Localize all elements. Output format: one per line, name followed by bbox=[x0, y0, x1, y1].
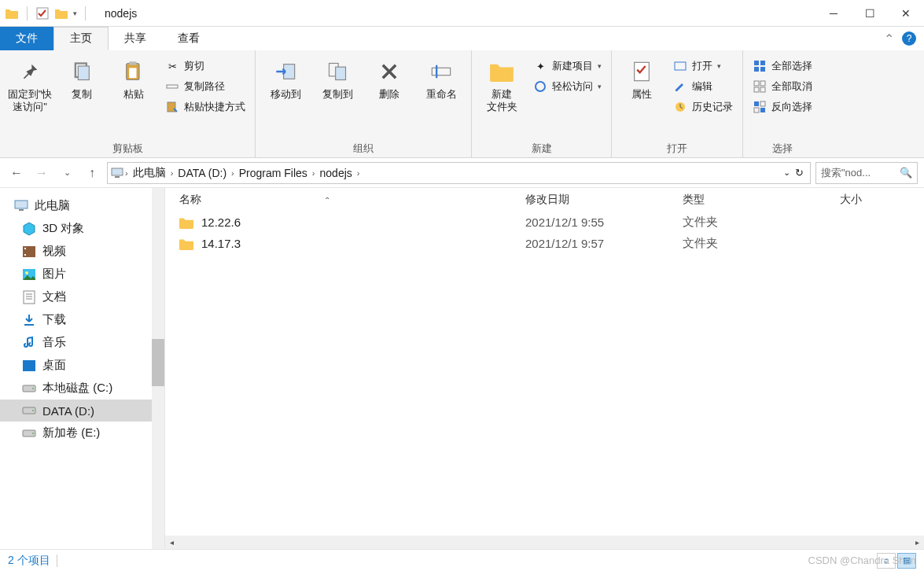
breadcrumb-item[interactable]: DATA (D:) bbox=[175, 167, 230, 179]
selectall-button[interactable]: 全部选择 bbox=[749, 57, 815, 76]
file-name: 12.22.6 bbox=[201, 216, 241, 229]
svg-rect-7 bbox=[167, 102, 175, 112]
collapse-ribbon-icon[interactable]: ⌃ bbox=[884, 31, 894, 46]
paste-button[interactable]: 粘贴 bbox=[110, 53, 157, 101]
easyaccess-button[interactable]: 轻松访问▾ bbox=[530, 77, 605, 96]
chevron-right-icon[interactable]: › bbox=[231, 168, 234, 178]
copyto-button[interactable]: 复制到 bbox=[314, 53, 361, 101]
svg-rect-35 bbox=[24, 254, 26, 256]
nav-bar: ← → ⌄ ↑ › 此电脑 › DATA (D:) › Program File… bbox=[0, 158, 924, 188]
rename-button[interactable]: 重命名 bbox=[418, 53, 465, 101]
tab-home[interactable]: 主页 bbox=[53, 27, 109, 50]
column-headers[interactable]: 名称⌃ 修改日期 类型 大小 bbox=[165, 188, 924, 212]
status-text: 2 个项目 bbox=[8, 554, 50, 568]
delete-button[interactable]: 删除 bbox=[366, 53, 413, 101]
help-icon[interactable]: ? bbox=[902, 31, 916, 46]
newitem-button[interactable]: ✦新建项目▾ bbox=[530, 57, 605, 76]
tab-share[interactable]: 共享 bbox=[109, 27, 162, 50]
svg-rect-21 bbox=[754, 81, 759, 86]
maximize-button[interactable]: ☐ bbox=[852, 0, 888, 27]
col-size[interactable]: 大小 bbox=[840, 193, 910, 207]
address-dropdown-icon[interactable]: ⌄ bbox=[783, 168, 790, 178]
tree-node[interactable]: 桌面 bbox=[0, 354, 164, 377]
col-type[interactable]: 类型 bbox=[683, 193, 840, 207]
tree-node[interactable]: 文档 bbox=[0, 286, 164, 308]
selectinvert-button[interactable]: 反向选择 bbox=[749, 98, 815, 116]
breadcrumb-item[interactable]: Program Files bbox=[236, 167, 311, 179]
selectall-icon bbox=[753, 59, 767, 73]
up-button[interactable]: ↑ bbox=[82, 163, 102, 183]
tree-node[interactable]: 此电脑 bbox=[0, 194, 164, 217]
chevron-right-icon[interactable]: › bbox=[125, 168, 128, 178]
file-row[interactable]: 14.17.32021/12/1 9:57文件夹 bbox=[165, 233, 924, 254]
open-icon bbox=[673, 59, 687, 73]
chevron-right-icon[interactable]: › bbox=[357, 168, 360, 178]
tree-node[interactable]: 本地磁盘 (C:) bbox=[0, 377, 164, 400]
newfolder-icon bbox=[488, 58, 515, 85]
tree-label: 图片 bbox=[42, 267, 66, 282]
back-button[interactable]: ← bbox=[6, 163, 27, 183]
cut-button[interactable]: ✂剪切 bbox=[162, 57, 248, 76]
svg-rect-17 bbox=[754, 61, 759, 65]
pin-button[interactable]: 固定到"快 速访问" bbox=[6, 53, 53, 113]
properties-button[interactable]: 属性 bbox=[618, 53, 665, 101]
copy-icon bbox=[68, 58, 95, 85]
tab-file[interactable]: 文件 bbox=[0, 27, 53, 50]
newfolder-button[interactable]: 新建 文件夹 bbox=[478, 53, 525, 113]
address-bar[interactable]: › 此电脑 › DATA (D:) › Program Files › node… bbox=[107, 162, 811, 184]
group-open: 属性 打开▾ 编辑 历史记录 打开 bbox=[612, 50, 743, 157]
recent-button[interactable]: ⌄ bbox=[57, 163, 77, 183]
chevron-right-icon[interactable]: › bbox=[312, 168, 315, 178]
breadcrumb-item[interactable]: 此电脑 bbox=[130, 166, 169, 180]
svg-rect-32 bbox=[19, 209, 24, 211]
col-date[interactable]: 修改日期 bbox=[525, 193, 683, 207]
checkbox-icon[interactable] bbox=[35, 6, 50, 20]
chevron-right-icon[interactable]: › bbox=[171, 168, 174, 178]
svg-rect-24 bbox=[760, 87, 765, 92]
svg-rect-25 bbox=[754, 101, 759, 106]
svg-rect-18 bbox=[760, 61, 765, 65]
close-button[interactable]: ✕ bbox=[888, 0, 924, 27]
copypath-icon bbox=[165, 79, 179, 94]
scroll-right-icon[interactable]: ▸ bbox=[911, 538, 924, 547]
properties-icon bbox=[628, 58, 655, 85]
col-name[interactable]: 名称 bbox=[179, 193, 201, 207]
breadcrumb-item[interactable]: nodejs bbox=[317, 167, 355, 179]
copypath-button[interactable]: 复制路径 bbox=[162, 77, 248, 96]
qat-dropdown-icon[interactable]: ▾ bbox=[73, 9, 77, 17]
file-row[interactable]: 12.22.62021/12/1 9:55文件夹 bbox=[165, 212, 924, 233]
edit-button[interactable]: 编辑 bbox=[670, 77, 736, 96]
tree-node[interactable]: 音乐 bbox=[0, 331, 164, 354]
search-input[interactable]: 搜索"nod... 🔍 bbox=[815, 162, 918, 184]
tree-label: 音乐 bbox=[42, 335, 66, 350]
sort-asc-icon: ⌃ bbox=[324, 196, 330, 204]
selectnone-button[interactable]: 全部取消 bbox=[749, 77, 815, 96]
tree-node[interactable]: 下载 bbox=[0, 308, 164, 331]
folder-icon[interactable] bbox=[54, 6, 68, 20]
scroll-left-icon[interactable]: ◂ bbox=[165, 538, 179, 547]
tree-node[interactable]: 3D 对象 bbox=[0, 217, 164, 240]
tree-node[interactable]: 视频 bbox=[0, 240, 164, 263]
tree-node[interactable]: DATA (D:) bbox=[0, 400, 164, 422]
svg-rect-12 bbox=[436, 65, 437, 78]
tree-node[interactable]: 新加卷 (E:) bbox=[0, 422, 164, 444]
scrollbar-thumb[interactable] bbox=[152, 339, 164, 386]
tree-label: 视频 bbox=[42, 244, 66, 259]
nav-tree[interactable]: 此电脑3D 对象视频图片文档下载音乐桌面本地磁盘 (C:)DATA (D:)新加… bbox=[0, 188, 165, 549]
copyto-icon bbox=[324, 58, 351, 85]
moveto-button[interactable]: 移动到 bbox=[262, 53, 309, 101]
history-button[interactable]: 历史记录 bbox=[670, 98, 736, 116]
copy-button[interactable]: 复制 bbox=[58, 53, 105, 101]
tree-label: 此电脑 bbox=[35, 198, 70, 213]
svg-rect-38 bbox=[24, 291, 35, 304]
tree-node[interactable]: 图片 bbox=[0, 263, 164, 286]
minimize-button[interactable]: ─ bbox=[815, 0, 852, 27]
open-button[interactable]: 打开▾ bbox=[670, 57, 736, 76]
refresh-icon[interactable]: ↻ bbox=[795, 167, 804, 179]
svg-rect-6 bbox=[167, 85, 178, 88]
pc-icon bbox=[111, 168, 123, 179]
pasteshortcut-button[interactable]: 粘贴快捷方式 bbox=[162, 98, 248, 116]
forward-button[interactable]: → bbox=[31, 163, 52, 183]
horizontal-scrollbar[interactable]: ◂ ▸ bbox=[165, 536, 924, 549]
tab-view[interactable]: 查看 bbox=[162, 27, 215, 50]
